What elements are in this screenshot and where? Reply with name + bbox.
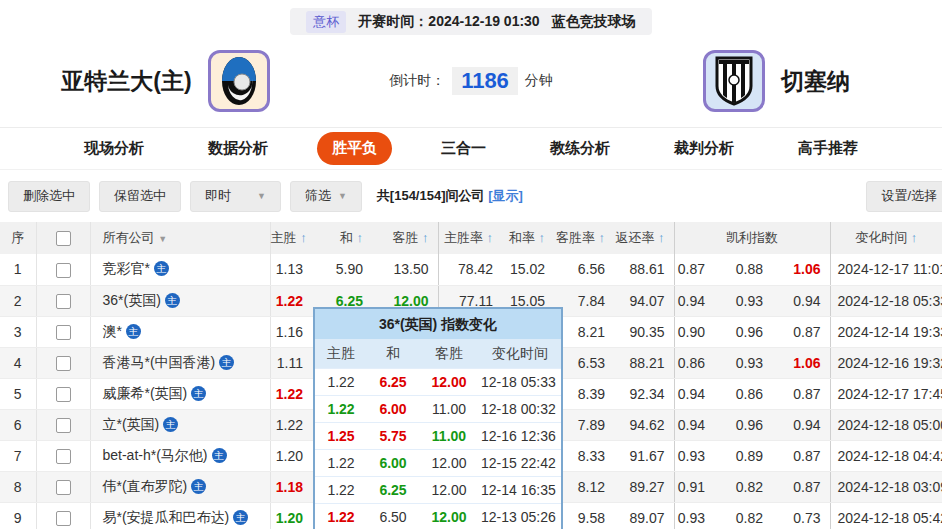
tab-three-in-one[interactable]: 三合一 [426, 132, 501, 165]
settings-button[interactable]: 设置/选择 [866, 181, 942, 212]
tab-coach-analysis[interactable]: 教练分析 [535, 132, 625, 165]
draw-rate-cell: 15.02 [502, 254, 554, 285]
popup-change-time: 12-18 00:32 [479, 401, 561, 417]
header-draw-rate[interactable]: 和率 ↑ [502, 222, 554, 254]
company-name[interactable]: 36*(英国) [103, 292, 161, 308]
kelly-draw-cell: 0.93 [714, 285, 772, 316]
time-mode-select[interactable]: 即时▼ [190, 181, 281, 212]
row-checkbox[interactable] [56, 356, 71, 371]
popup-away-odds: 12.00 [419, 455, 479, 471]
header-home-rate[interactable]: 主胜率 ↑ [438, 222, 502, 254]
company-name[interactable]: 竞彩官* [103, 260, 150, 276]
home-team-name[interactable]: 亚特兰大(主) [61, 66, 191, 97]
row-checkbox[interactable] [56, 325, 71, 340]
header-draw-odds[interactable]: 和 ↑ [312, 222, 372, 254]
company-cell: 香港马*(中国香港)主 [90, 347, 270, 378]
header-payout-rate[interactable]: 返还率 ↑ [614, 222, 674, 254]
payout-rate-cell: 90.35 [614, 316, 674, 347]
change-time-cell: 2024-12-18 05:33 [830, 285, 942, 316]
popup-away-odds: 11.00 [419, 401, 479, 417]
tab-win-draw-lose[interactable]: 胜平负 [317, 132, 392, 165]
popup-home-odds: 1.25 [315, 428, 367, 444]
kelly-draw-cell: 0.82 [714, 502, 772, 529]
row-checkbox[interactable] [56, 294, 71, 309]
row-checkbox-cell [36, 316, 90, 347]
away-team-name[interactable]: 切塞纳 [781, 66, 850, 97]
select-all-checkbox[interactable] [56, 231, 71, 246]
filter-select[interactable]: 筛选▼ [290, 181, 362, 212]
kelly-draw-cell: 0.96 [714, 316, 772, 347]
cesena-crest-icon [715, 56, 753, 106]
row-checkbox[interactable] [56, 511, 71, 526]
company-name[interactable]: 易*(安提瓜和巴布达) [103, 509, 230, 525]
company-cell: 竞彩官*主 [90, 254, 270, 285]
header-change-time[interactable]: 变化时间 ↑ [830, 222, 942, 254]
delete-selected-button[interactable]: 删除选中 [8, 181, 90, 212]
row-checkbox[interactable] [56, 263, 71, 278]
company-name[interactable]: 香港马*(中国香港) [103, 354, 216, 370]
home-odds-cell[interactable]: 1.16 [270, 316, 312, 347]
main-market-badge-icon: 主 [191, 479, 206, 494]
payout-rate-cell: 94.62 [614, 409, 674, 440]
row-checkbox-cell [36, 440, 90, 471]
home-odds-cell[interactable]: 1.22 [270, 409, 312, 440]
home-odds-cell[interactable]: 1.20 [270, 440, 312, 471]
top-bar: 意杯 开赛时间：2024-12-19 01:30 蓝色竞技球场 [0, 0, 942, 35]
kelly-home-cell: 0.94 [674, 285, 714, 316]
popup-draw-odds: 5.75 [367, 428, 419, 444]
header-away-rate[interactable]: 客胜率 ↑ [554, 222, 614, 254]
away-rate-cell: 7.84 [554, 285, 614, 316]
row-index: 6 [0, 409, 36, 440]
home-odds-cell[interactable]: 1.22 [270, 285, 312, 316]
popup-header-home: 主胜 [315, 345, 367, 363]
venue: 蓝色竞技球场 [552, 13, 636, 31]
company-cell: bet-at-h*(马尔他)主 [90, 440, 270, 471]
table-header-row: 序 所有公司 ▼ 主胜 ↑ 和 ↑ 客胜 ↑ 主胜率 ↑ 和率 ↑ 客胜率 ↑ … [0, 222, 942, 254]
header-company[interactable]: 所有公司 ▼ [90, 222, 270, 254]
row-checkbox[interactable] [56, 418, 71, 433]
draw-odds-cell[interactable]: 5.90 [312, 254, 372, 285]
home-odds-cell[interactable]: 1.18 [270, 471, 312, 502]
row-checkbox[interactable] [56, 387, 71, 402]
away-odds-cell[interactable]: 13.50 [372, 254, 438, 285]
home-odds-cell[interactable]: 1.13 [270, 254, 312, 285]
league-badge[interactable]: 意杯 [306, 11, 346, 33]
company-name[interactable]: bet-at-h*(马尔他) [103, 447, 208, 463]
header-home-odds[interactable]: 主胜 ↑ [270, 222, 312, 254]
row-index: 4 [0, 347, 36, 378]
home-odds-cell[interactable]: 1.11 [270, 347, 312, 378]
company-name[interactable]: 威廉希*(英国) [103, 385, 188, 401]
kelly-away-cell: 0.94 [772, 285, 830, 316]
row-index: 7 [0, 440, 36, 471]
atalanta-crest-icon [218, 55, 260, 107]
kelly-home-cell: 0.93 [674, 440, 714, 471]
away-rate-cell: 8.39 [554, 378, 614, 409]
row-checkbox-cell [36, 378, 90, 409]
company-name[interactable]: 伟*(直布罗陀) [103, 478, 188, 494]
tab-data-analysis[interactable]: 数据分析 [193, 132, 283, 165]
show-link[interactable]: [显示] [488, 188, 523, 203]
tab-live-analysis[interactable]: 现场分析 [69, 132, 159, 165]
kelly-home-cell: 0.94 [674, 378, 714, 409]
row-checkbox[interactable] [56, 480, 71, 495]
home-team: 亚特兰大(主) [0, 50, 331, 112]
analysis-tab-bar: 现场分析 数据分析 胜平负 三合一 教练分析 裁判分析 高手推荐 [0, 127, 942, 170]
popup-draw-odds: 6.25 [367, 482, 419, 498]
header-away-odds[interactable]: 客胜 ↑ [372, 222, 438, 254]
home-odds-cell[interactable]: 1.22 [270, 378, 312, 409]
keep-selected-button[interactable]: 保留选中 [99, 181, 181, 212]
kelly-away-cell: 1.06 [772, 347, 830, 378]
popup-draw-odds: 6.25 [367, 374, 419, 390]
payout-rate-cell: 91.67 [614, 440, 674, 471]
home-odds-cell[interactable]: 1.20 [270, 502, 312, 529]
popup-change-time: 12-16 12:36 [479, 428, 561, 444]
company-name[interactable]: 澳* [103, 323, 122, 339]
kelly-draw-cell: 0.93 [714, 347, 772, 378]
popup-change-time: 12-15 22:42 [479, 455, 561, 471]
match-header: 亚特兰大(主) 倒计时： 1186 分钟 切塞纳 [0, 35, 942, 127]
chevron-down-icon[interactable]: ▼ [158, 234, 167, 244]
tab-expert-picks[interactable]: 高手推荐 [783, 132, 873, 165]
row-checkbox[interactable] [56, 449, 71, 464]
company-name[interactable]: 立*(英国) [103, 416, 160, 432]
tab-referee-analysis[interactable]: 裁判分析 [659, 132, 749, 165]
